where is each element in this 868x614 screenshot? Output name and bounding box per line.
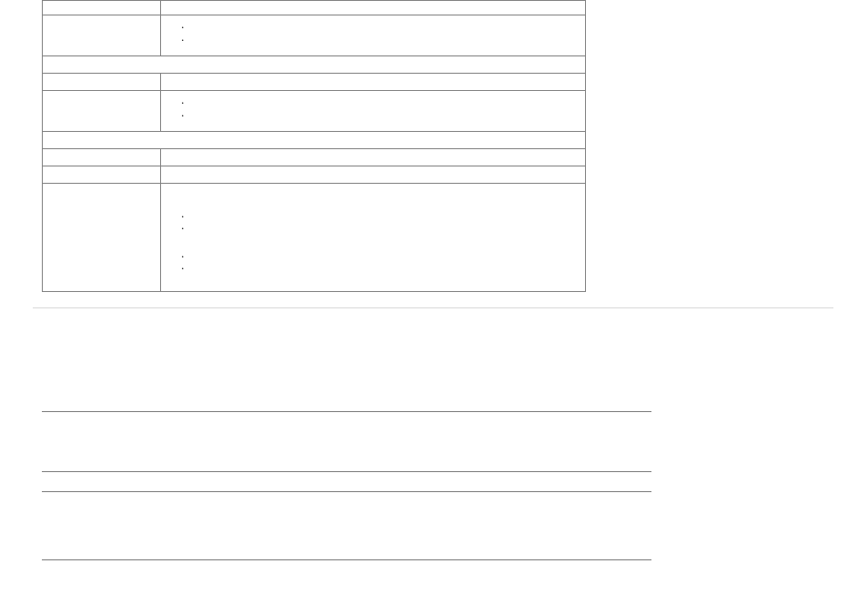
table-row: · · xyxy=(43,91,586,132)
table-row: · · · · xyxy=(43,184,586,292)
cell-value xyxy=(161,149,586,166)
table-row xyxy=(43,166,586,184)
mark-dot: · xyxy=(181,96,585,109)
cell-label xyxy=(43,166,161,184)
cell-marks: · · xyxy=(161,15,585,46)
cell-label xyxy=(43,74,161,91)
table-row xyxy=(43,74,586,91)
mark-dot: · xyxy=(181,21,585,34)
cell-label xyxy=(43,1,161,15)
form-table: · · · · xyxy=(42,0,586,292)
mark-gap xyxy=(181,235,585,251)
cell-label xyxy=(43,91,161,132)
cell-marks: · · xyxy=(161,91,585,122)
cell-marks: · · · · xyxy=(161,184,585,275)
cell-label xyxy=(43,15,161,56)
divider xyxy=(33,307,833,308)
mark-dot: · xyxy=(181,263,585,275)
table-row xyxy=(43,1,586,15)
cell-value: · · · · xyxy=(161,184,586,292)
page: · · · · xyxy=(0,0,868,614)
table-row xyxy=(43,149,586,166)
mark-dot: · xyxy=(181,109,585,122)
cell-value xyxy=(161,74,586,91)
table-row: · · xyxy=(43,15,586,56)
cell-value xyxy=(161,1,586,15)
table-row xyxy=(43,132,586,149)
divider xyxy=(42,559,651,560)
cell-label xyxy=(43,184,161,292)
table-row xyxy=(43,56,586,74)
cell-spacer xyxy=(43,132,586,149)
mark-dot: · xyxy=(181,251,585,263)
mark-dot: · xyxy=(181,211,585,223)
divider xyxy=(42,411,651,412)
cell-value: · · xyxy=(161,91,586,132)
cell-value: · · xyxy=(161,15,586,56)
divider xyxy=(42,491,651,492)
cell-spacer xyxy=(43,56,586,74)
divider xyxy=(42,471,651,472)
cell-value xyxy=(161,166,586,184)
cell-label xyxy=(43,149,161,166)
mark-dot: · xyxy=(181,223,585,235)
mark-dot: · xyxy=(181,34,585,46)
